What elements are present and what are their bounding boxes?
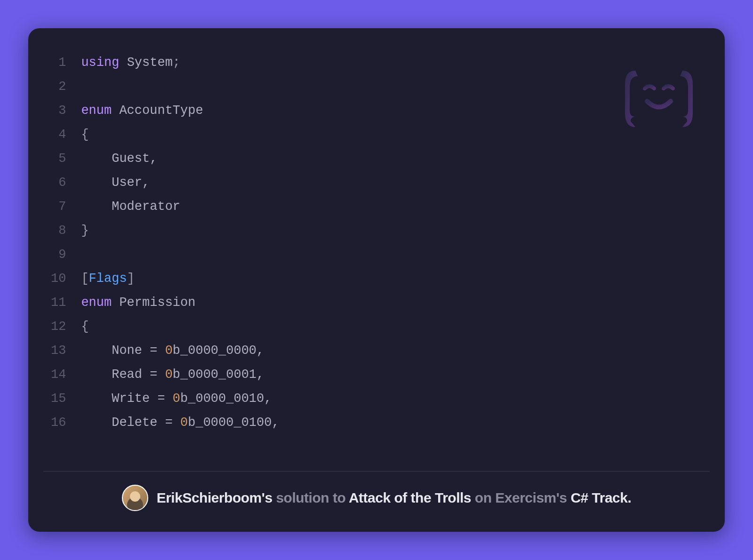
avatar [122,485,148,511]
line-number: 3 [51,99,66,123]
line-number: 9 [51,243,66,267]
line-number: 5 [51,147,66,171]
code-line [81,243,710,267]
code-line: User, [81,171,710,195]
code-line: enum Permission [81,291,710,315]
footer-mid1: solution to [272,490,349,505]
exercise-name: Attack of the Trolls [349,490,471,505]
code-line: None = 0b_0000_0000, [81,339,710,363]
code-line: Read = 0b_0000_0001, [81,363,710,387]
track-name: C# Track. [570,490,631,505]
line-number-gutter: 12345678910111213141516 [43,51,81,462]
line-number: 10 [51,267,66,291]
code-line: Write = 0b_0000_0010, [81,387,710,411]
code-line [81,75,710,99]
line-number: 11 [51,291,66,315]
code-line: [Flags] [81,267,710,291]
line-number: 16 [51,411,66,435]
code-line: Guest, [81,147,710,171]
line-number: 15 [51,387,66,411]
code-card: 12345678910111213141516 using System;enu… [28,28,725,532]
code-block: 12345678910111213141516 using System;enu… [43,51,710,462]
code-line: Moderator [81,195,710,219]
code-content: using System;enum AccountType{ Guest, Us… [81,51,710,462]
line-number: 13 [51,339,66,363]
line-number: 6 [51,171,66,195]
line-number: 2 [51,75,66,99]
author-name: ErikSchierboom's [157,490,272,505]
code-line: Delete = 0b_0000_0100, [81,411,710,435]
code-line: { [81,315,710,339]
code-line: enum AccountType [81,99,710,123]
attribution-text: ErikSchierboom's solution to Attack of t… [157,490,632,506]
line-number: 4 [51,123,66,147]
attribution-footer: ErikSchierboom's solution to Attack of t… [43,485,710,517]
exercism-logo-icon [621,66,697,132]
line-number: 1 [51,51,66,75]
line-number: 14 [51,363,66,387]
line-number: 8 [51,219,66,243]
line-number: 12 [51,315,66,339]
divider [43,471,710,472]
footer-mid2: on Exercism's [471,490,570,505]
code-line: } [81,219,710,243]
code-line: { [81,123,710,147]
code-line: using System; [81,51,710,75]
line-number: 7 [51,195,66,219]
